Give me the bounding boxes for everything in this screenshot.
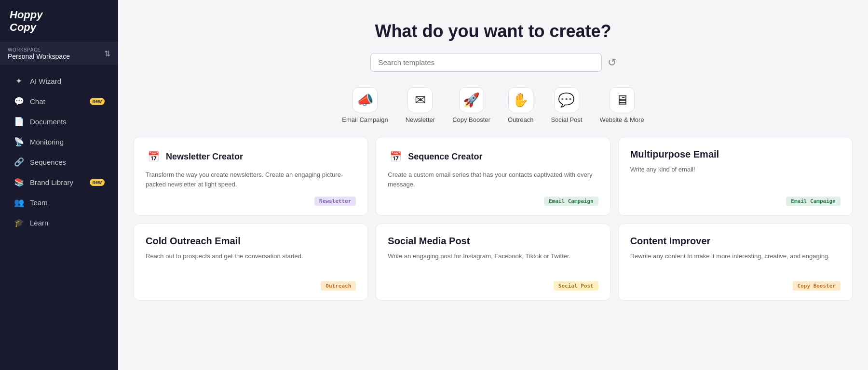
card-desc: Write any kind of email! bbox=[630, 165, 841, 189]
card-title: Social Media Post bbox=[388, 236, 598, 247]
card-tag: Social Post bbox=[554, 281, 598, 291]
monitoring-icon: 📡 bbox=[14, 137, 24, 147]
badge-chat: new bbox=[90, 98, 105, 105]
chevron-updown-icon: ⇅ bbox=[104, 49, 110, 58]
history-icon[interactable]: ↺ bbox=[608, 56, 616, 69]
badge-brand-library: new bbox=[90, 179, 105, 186]
card-tag: Email Campaign bbox=[544, 197, 598, 206]
page-title: What do you want to create? bbox=[128, 21, 858, 41]
category-label: Copy Booster bbox=[452, 116, 490, 123]
category-label: Newsletter bbox=[406, 116, 435, 123]
category-label: Outreach bbox=[508, 116, 533, 123]
workspace-label: Workspace bbox=[8, 47, 70, 53]
app-logo: Hoppy Copy bbox=[10, 9, 108, 34]
card-desc: Rewrite any content to make it more inte… bbox=[630, 251, 841, 274]
sidebar-item-documents[interactable]: 📄 Documents bbox=[4, 112, 114, 132]
sidebar-item-monitoring[interactable]: 📡 Monitoring bbox=[4, 132, 114, 152]
category-filters: 📣 Email Campaign ✉ Newsletter 🚀 Copy Boo… bbox=[118, 83, 868, 137]
sidebar-item-label: Sequences bbox=[30, 158, 105, 166]
card-tag-area: Copy Booster bbox=[630, 281, 841, 291]
sidebar-item-label: Brand Library bbox=[30, 178, 82, 186]
card-tag-area: Email Campaign bbox=[388, 197, 598, 206]
sidebar-item-label: Team bbox=[30, 198, 105, 207]
category-outreach[interactable]: ✋ Outreach bbox=[508, 87, 533, 123]
card-social-media-post[interactable]: Social Media Post Write an engaging post… bbox=[376, 224, 610, 301]
search-input[interactable] bbox=[370, 53, 602, 72]
card-header: 📅 Newsletter Creator bbox=[146, 149, 356, 164]
sequences-icon: 🔗 bbox=[14, 157, 24, 167]
sidebar-item-label: Documents bbox=[30, 118, 105, 126]
category-email-campaign[interactable]: 📣 Email Campaign bbox=[342, 87, 388, 123]
card-tag-area: Outreach bbox=[146, 281, 356, 291]
logo-area: Hoppy Copy bbox=[0, 0, 118, 42]
card-tag-area: Newsletter bbox=[146, 197, 356, 206]
category-newsletter[interactable]: ✉ Newsletter bbox=[406, 87, 435, 123]
card-desc: Write an engaging post for Instagram, Fa… bbox=[388, 251, 598, 274]
sidebar-item-team[interactable]: 👥 Team bbox=[4, 193, 114, 212]
ai-wizard-icon: ✦ bbox=[14, 76, 24, 86]
newsletter-icon: ✉ bbox=[407, 87, 433, 112]
team-icon: 👥 bbox=[14, 198, 24, 208]
sidebar-item-label: Chat bbox=[30, 97, 82, 106]
card-header: 📅 Sequence Creator bbox=[388, 149, 598, 164]
category-website-more[interactable]: 🖥 Website & More bbox=[599, 87, 644, 123]
card-content-improver[interactable]: Content Improver Rewrite any content to … bbox=[618, 224, 853, 301]
social-post-icon: 💬 bbox=[554, 87, 579, 112]
card-desc: Create a custom email series that has yo… bbox=[388, 170, 598, 189]
card-title: Newsletter Creator bbox=[166, 152, 243, 162]
sidebar-item-label: Learn bbox=[30, 219, 105, 227]
card-tag-area: Social Post bbox=[388, 281, 598, 291]
main-header: What do you want to create? bbox=[118, 0, 868, 53]
card-newsletter-creator[interactable]: 📅 Newsletter Creator Transform the way y… bbox=[134, 137, 368, 216]
chat-icon: 💬 bbox=[14, 96, 24, 106]
card-title: Cold Outreach Email bbox=[146, 236, 356, 247]
newsletter-creator-icon: 📅 bbox=[146, 149, 161, 164]
copy-booster-icon: 🚀 bbox=[459, 87, 484, 112]
workspace-selector[interactable]: Workspace Personal Workspace ⇅ bbox=[0, 42, 118, 65]
sidebar-item-learn[interactable]: 🎓 Learn bbox=[4, 213, 114, 233]
website-more-icon: 🖥 bbox=[610, 87, 635, 112]
sidebar-item-brand-library[interactable]: 📚 Brand Library new bbox=[4, 172, 114, 192]
card-tag-area: Email Campaign bbox=[630, 197, 841, 206]
card-cold-outreach-email[interactable]: Cold Outreach Email Reach out to prospec… bbox=[134, 224, 368, 301]
email-campaign-icon: 📣 bbox=[353, 87, 378, 112]
sidebar-item-chat[interactable]: 💬 Chat new bbox=[4, 92, 114, 111]
card-title: Multipurpose Email bbox=[630, 149, 841, 160]
sidebar-item-sequences[interactable]: 🔗 Sequences bbox=[4, 152, 114, 172]
category-copy-booster[interactable]: 🚀 Copy Booster bbox=[452, 87, 490, 123]
sidebar: Hoppy Copy Workspace Personal Workspace … bbox=[0, 0, 118, 370]
category-label: Social Post bbox=[551, 116, 582, 123]
search-area: ↺ bbox=[118, 53, 868, 83]
card-desc: Transform the way you create newsletters… bbox=[146, 170, 356, 189]
outreach-icon: ✋ bbox=[508, 87, 533, 112]
card-tag: Copy Booster bbox=[793, 281, 841, 291]
sidebar-item-ai-wizard[interactable]: ✦ AI Wizard bbox=[4, 71, 114, 91]
sequence-creator-icon: 📅 bbox=[388, 149, 403, 164]
card-tag: Email Campaign bbox=[786, 197, 841, 206]
card-title: Content Improver bbox=[630, 236, 841, 247]
brand-library-icon: 📚 bbox=[14, 177, 24, 187]
main-content: What do you want to create? ↺ 📣 Email Ca… bbox=[118, 0, 868, 370]
sidebar-item-label: AI Wizard bbox=[30, 77, 105, 85]
documents-icon: 📄 bbox=[14, 117, 24, 127]
workspace-name: Personal Workspace bbox=[8, 53, 70, 60]
card-multipurpose-email[interactable]: Multipurpose Email Write any kind of ema… bbox=[618, 137, 853, 216]
card-tag: Newsletter bbox=[314, 197, 356, 206]
learn-icon: 🎓 bbox=[14, 218, 24, 228]
sidebar-nav: ✦ AI Wizard 💬 Chat new 📄 Documents 📡 Mon… bbox=[0, 65, 118, 370]
card-tag: Outreach bbox=[321, 281, 356, 291]
cards-grid: 📅 Newsletter Creator Transform the way y… bbox=[118, 137, 868, 316]
sidebar-item-label: Monitoring bbox=[30, 138, 105, 146]
card-sequence-creator[interactable]: 📅 Sequence Creator Create a custom email… bbox=[376, 137, 610, 216]
category-label: Email Campaign bbox=[342, 116, 388, 123]
card-desc: Reach out to prospects and get the conve… bbox=[146, 251, 356, 274]
category-social-post[interactable]: 💬 Social Post bbox=[551, 87, 582, 123]
category-label: Website & More bbox=[599, 116, 644, 123]
card-title: Sequence Creator bbox=[408, 152, 482, 162]
